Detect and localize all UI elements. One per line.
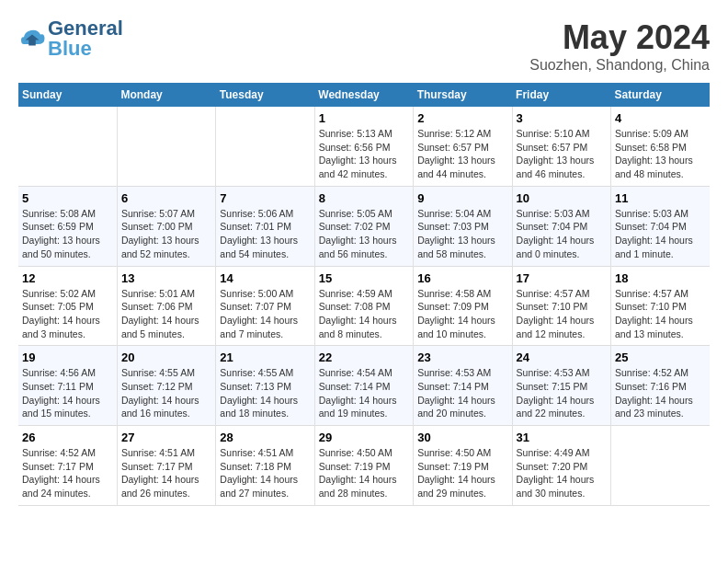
cell-content: Sunrise: 4:58 AMSunset: 7:09 PMDaylight:… bbox=[417, 287, 507, 341]
day-number: 15 bbox=[319, 271, 409, 285]
cell-content: Sunrise: 5:04 AMSunset: 7:03 PMDaylight:… bbox=[417, 207, 507, 261]
cell-content: Sunrise: 5:09 AMSunset: 6:58 PMDaylight:… bbox=[615, 127, 706, 181]
col-header-tuesday: Tuesday bbox=[216, 83, 314, 107]
col-header-thursday: Thursday bbox=[414, 83, 512, 107]
calendar-cell bbox=[117, 107, 215, 186]
col-header-sunday: Sunday bbox=[18, 83, 117, 107]
cell-content: Sunrise: 4:53 AMSunset: 7:14 PMDaylight:… bbox=[417, 366, 507, 420]
calendar-cell bbox=[18, 107, 117, 186]
day-number: 26 bbox=[22, 431, 113, 444]
day-number: 23 bbox=[417, 350, 507, 364]
cell-content: Sunrise: 4:55 AMSunset: 7:13 PMDaylight:… bbox=[220, 366, 310, 420]
cell-content: Sunrise: 5:01 AMSunset: 7:06 PMDaylight:… bbox=[121, 287, 211, 341]
calendar-cell: 27 Sunrise: 4:51 AMSunset: 7:17 PMDaylig… bbox=[117, 426, 215, 506]
calendar-cell: 3 Sunrise: 5:10 AMSunset: 6:57 PMDayligh… bbox=[512, 107, 610, 186]
cell-content: Sunrise: 4:50 AMSunset: 7:19 PMDaylight:… bbox=[319, 446, 409, 500]
day-number: 1 bbox=[319, 111, 409, 125]
cell-content: Sunrise: 4:51 AMSunset: 7:17 PMDaylight:… bbox=[121, 446, 211, 500]
page-header: GeneralBlue May 2024 Suozhen, Shandong, … bbox=[18, 18, 710, 74]
cell-content: Sunrise: 4:56 AMSunset: 7:11 PMDaylight:… bbox=[22, 366, 113, 420]
cell-content: Sunrise: 4:57 AMSunset: 7:10 PMDaylight:… bbox=[615, 287, 706, 341]
calendar-cell: 6 Sunrise: 5:07 AMSunset: 7:00 PMDayligh… bbox=[117, 186, 215, 266]
cell-content: Sunrise: 4:51 AMSunset: 7:18 PMDaylight:… bbox=[220, 446, 310, 500]
cell-content: Sunrise: 5:03 AMSunset: 7:04 PMDaylight:… bbox=[517, 207, 607, 261]
cell-content: Sunrise: 4:55 AMSunset: 7:12 PMDaylight:… bbox=[121, 366, 211, 420]
day-number: 20 bbox=[121, 350, 211, 364]
day-number: 6 bbox=[121, 191, 211, 205]
day-number: 29 bbox=[319, 431, 409, 444]
day-number: 19 bbox=[22, 350, 113, 364]
logo: GeneralBlue bbox=[18, 18, 123, 59]
day-number: 4 bbox=[615, 111, 706, 125]
calendar-cell: 4 Sunrise: 5:09 AMSunset: 6:58 PMDayligh… bbox=[611, 107, 710, 186]
cell-content: Sunrise: 4:53 AMSunset: 7:15 PMDaylight:… bbox=[517, 366, 607, 420]
cell-content: Sunrise: 5:12 AMSunset: 6:57 PMDaylight:… bbox=[417, 127, 507, 181]
cell-content: Sunrise: 5:00 AMSunset: 7:07 PMDaylight:… bbox=[220, 287, 310, 341]
calendar-cell: 18 Sunrise: 4:57 AMSunset: 7:10 PMDaylig… bbox=[611, 266, 710, 346]
calendar-cell: 5 Sunrise: 5:08 AMSunset: 6:59 PMDayligh… bbox=[18, 186, 117, 266]
calendar-cell: 21 Sunrise: 4:55 AMSunset: 7:13 PMDaylig… bbox=[216, 346, 314, 426]
calendar-cell: 16 Sunrise: 4:58 AMSunset: 7:09 PMDaylig… bbox=[414, 266, 512, 346]
calendar-cell: 13 Sunrise: 5:01 AMSunset: 7:06 PMDaylig… bbox=[117, 266, 215, 346]
day-number: 5 bbox=[22, 191, 113, 205]
day-number: 9 bbox=[417, 191, 507, 205]
day-number: 22 bbox=[319, 350, 409, 364]
day-number: 2 bbox=[417, 111, 507, 125]
calendar-cell: 28 Sunrise: 4:51 AMSunset: 7:18 PMDaylig… bbox=[216, 426, 314, 506]
calendar-cell: 25 Sunrise: 4:52 AMSunset: 7:16 PMDaylig… bbox=[611, 346, 710, 426]
cell-content: Sunrise: 4:57 AMSunset: 7:10 PMDaylight:… bbox=[517, 287, 607, 341]
cell-content: Sunrise: 5:05 AMSunset: 7:02 PMDaylight:… bbox=[319, 207, 409, 261]
cell-content: Sunrise: 4:54 AMSunset: 7:14 PMDaylight:… bbox=[319, 366, 409, 420]
col-header-monday: Monday bbox=[117, 83, 215, 107]
calendar-cell: 30 Sunrise: 4:50 AMSunset: 7:19 PMDaylig… bbox=[414, 426, 512, 506]
day-number: 16 bbox=[417, 271, 507, 285]
calendar-cell: 23 Sunrise: 4:53 AMSunset: 7:14 PMDaylig… bbox=[414, 346, 512, 426]
day-number: 14 bbox=[220, 271, 310, 285]
location-subtitle: Suozhen, Shandong, China bbox=[529, 57, 710, 74]
day-number: 7 bbox=[220, 191, 310, 205]
logo-text: GeneralBlue bbox=[48, 18, 123, 59]
col-header-friday: Friday bbox=[512, 83, 610, 107]
cell-content: Sunrise: 5:06 AMSunset: 7:01 PMDaylight:… bbox=[220, 207, 310, 261]
cell-content: Sunrise: 5:02 AMSunset: 7:05 PMDaylight:… bbox=[22, 287, 113, 341]
calendar-cell: 9 Sunrise: 5:04 AMSunset: 7:03 PMDayligh… bbox=[414, 186, 512, 266]
day-number: 13 bbox=[121, 271, 211, 285]
cell-content: Sunrise: 5:07 AMSunset: 7:00 PMDaylight:… bbox=[121, 207, 211, 261]
calendar-cell: 26 Sunrise: 4:52 AMSunset: 7:17 PMDaylig… bbox=[18, 426, 117, 506]
calendar-cell: 8 Sunrise: 5:05 AMSunset: 7:02 PMDayligh… bbox=[314, 186, 413, 266]
cell-content: Sunrise: 4:52 AMSunset: 7:17 PMDaylight:… bbox=[22, 446, 113, 500]
day-number: 28 bbox=[220, 431, 310, 444]
calendar-cell: 22 Sunrise: 4:54 AMSunset: 7:14 PMDaylig… bbox=[314, 346, 413, 426]
calendar-cell: 31 Sunrise: 4:49 AMSunset: 7:20 PMDaylig… bbox=[512, 426, 610, 506]
day-number: 18 bbox=[615, 271, 706, 285]
calendar-cell: 15 Sunrise: 4:59 AMSunset: 7:08 PMDaylig… bbox=[314, 266, 413, 346]
calendar-cell: 2 Sunrise: 5:12 AMSunset: 6:57 PMDayligh… bbox=[414, 107, 512, 186]
cell-content: Sunrise: 4:49 AMSunset: 7:20 PMDaylight:… bbox=[517, 446, 607, 500]
day-number: 31 bbox=[517, 431, 607, 444]
day-number: 12 bbox=[22, 271, 113, 285]
cell-content: Sunrise: 5:08 AMSunset: 6:59 PMDaylight:… bbox=[22, 207, 113, 261]
month-title: May 2024 bbox=[529, 18, 710, 57]
day-number: 3 bbox=[517, 111, 607, 125]
calendar-cell: 20 Sunrise: 4:55 AMSunset: 7:12 PMDaylig… bbox=[117, 346, 215, 426]
title-block: May 2024 Suozhen, Shandong, China bbox=[529, 18, 710, 74]
col-header-wednesday: Wednesday bbox=[314, 83, 413, 107]
calendar-cell bbox=[611, 426, 710, 506]
day-number: 30 bbox=[417, 431, 507, 444]
calendar-cell bbox=[216, 107, 314, 186]
day-number: 25 bbox=[615, 350, 706, 364]
day-number: 27 bbox=[121, 431, 211, 444]
cell-content: Sunrise: 5:10 AMSunset: 6:57 PMDaylight:… bbox=[517, 127, 607, 181]
cell-content: Sunrise: 4:52 AMSunset: 7:16 PMDaylight:… bbox=[615, 366, 706, 420]
day-number: 11 bbox=[615, 191, 706, 205]
calendar-cell: 17 Sunrise: 4:57 AMSunset: 7:10 PMDaylig… bbox=[512, 266, 610, 346]
cell-content: Sunrise: 4:50 AMSunset: 7:19 PMDaylight:… bbox=[417, 446, 507, 500]
cell-content: Sunrise: 5:03 AMSunset: 7:04 PMDaylight:… bbox=[615, 207, 706, 261]
day-number: 24 bbox=[517, 350, 607, 364]
calendar-cell: 12 Sunrise: 5:02 AMSunset: 7:05 PMDaylig… bbox=[18, 266, 117, 346]
calendar-cell: 7 Sunrise: 5:06 AMSunset: 7:01 PMDayligh… bbox=[216, 186, 314, 266]
calendar-cell: 1 Sunrise: 5:13 AMSunset: 6:56 PMDayligh… bbox=[314, 107, 413, 186]
logo-icon bbox=[18, 25, 46, 52]
cell-content: Sunrise: 4:59 AMSunset: 7:08 PMDaylight:… bbox=[319, 287, 409, 341]
calendar-cell: 11 Sunrise: 5:03 AMSunset: 7:04 PMDaylig… bbox=[611, 186, 710, 266]
